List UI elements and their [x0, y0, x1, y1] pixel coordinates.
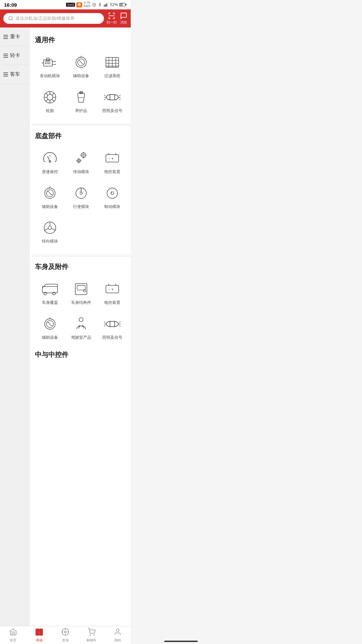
aux3-icon-wrap: [40, 315, 60, 333]
oil-icon-wrap: [71, 88, 91, 106]
grid-item-aux[interactable]: 辅助设备: [66, 50, 96, 82]
svg-text:- +: - +: [109, 156, 114, 161]
home-icon: [9, 628, 17, 630]
driver-label: 驾驶室产品: [71, 335, 91, 340]
svg-line-102: [119, 322, 120, 322]
svg-point-85: [52, 292, 55, 295]
body-parts-grid: 车身覆盖 车身结构件 -: [35, 277, 127, 343]
sidebar-item-light-truck[interactable]: 轻卡: [0, 46, 29, 65]
svg-line-43: [104, 95, 105, 96]
speed-text: 6.78KB/S: [83, 1, 90, 8]
nav-shop[interactable]: 商城: [26, 627, 52, 630]
light2-icon: [104, 316, 121, 332]
svg-rect-7: [120, 3, 123, 6]
steering-icon-wrap: [40, 219, 60, 237]
svg-rect-6: [125, 4, 126, 6]
gears-label: 传动模块: [73, 169, 89, 175]
svg-line-81: [44, 229, 48, 230]
grid-item-light[interactable]: 照明及信号: [98, 85, 127, 117]
scan-button[interactable]: 扫一扫: [107, 12, 117, 25]
svg-text:- +: - +: [109, 287, 114, 292]
grid-item-engine[interactable]: 发动机模块: [35, 50, 65, 82]
message-button[interactable]: 消息: [120, 12, 127, 25]
cart-icon: [87, 628, 96, 630]
driver-icon: [72, 316, 90, 332]
section-title-general: 通用件: [35, 36, 127, 45]
drive-icon: [72, 185, 90, 201]
svg-point-75: [107, 188, 118, 198]
light-label: 照明及信号: [102, 108, 122, 114]
aux3-label: 辅助设备: [42, 335, 58, 340]
menu-icon2: [3, 54, 8, 58]
svg-rect-109: [36, 629, 39, 630]
profile-icon: [114, 628, 122, 630]
svg-point-74: [80, 192, 82, 194]
bottom-spacer: [35, 365, 127, 385]
svg-rect-16: [45, 61, 47, 64]
grid-item-filter[interactable]: 过滤系统: [98, 50, 127, 82]
svg-rect-1: [104, 5, 105, 7]
driver-icon-wrap: [71, 315, 91, 333]
svg-point-79: [48, 226, 51, 229]
nav-home[interactable]: 首页: [0, 627, 26, 630]
svg-line-37: [52, 99, 54, 101]
general-parts-grid: 发动机模块 辅助设备: [35, 50, 127, 117]
search-input-wrap[interactable]: 道达尔机油/正品轮胎/维修保养: [3, 13, 104, 24]
grid-item-gears[interactable]: 传动模块: [66, 146, 96, 178]
sidebar-item-heavy-truck[interactable]: 重卡: [0, 28, 29, 46]
search-icon: [8, 16, 13, 21]
light-icon-wrap: [102, 88, 122, 106]
grid-item-aux2[interactable]: 辅助设备: [35, 181, 65, 213]
grid-item-transmission-ctrl[interactable]: 变速操控: [35, 146, 65, 178]
nav-profile[interactable]: 我的: [105, 627, 131, 630]
grid-item-truck-body[interactable]: 车身覆盖: [35, 277, 65, 309]
sidebar-label-heavy-truck: 重卡: [10, 34, 20, 40]
grid-item-car-door[interactable]: 车身结构件: [66, 277, 96, 309]
svg-point-84: [44, 292, 47, 295]
bottom-nav: 首页 商城 发现 购物车: [0, 626, 131, 629]
drive-label: 行使模块: [73, 204, 89, 210]
grid-item-oil[interactable]: 养护品: [66, 85, 96, 117]
gears-icon: [72, 150, 90, 166]
grid-item-tire[interactable]: 轮胎: [35, 85, 65, 117]
battery-icon: [119, 3, 127, 7]
aux2-icon-wrap: [40, 184, 60, 202]
svg-line-46: [119, 95, 120, 96]
grid-item-battery-ctrl2[interactable]: - + 电控装置: [98, 277, 127, 309]
filter-icon-wrap: [102, 53, 122, 71]
engine-label: 发动机模块: [40, 73, 60, 79]
bluetooth-icon: [98, 2, 102, 7]
aux-icon-wrap: [71, 53, 91, 71]
svg-rect-3: [106, 4, 107, 7]
svg-line-35: [52, 93, 54, 95]
svg-rect-87: [77, 285, 85, 290]
nav-discover[interactable]: 发现: [52, 627, 78, 630]
truck-body-icon-wrap: [40, 280, 60, 298]
grid-item-aux3[interactable]: 辅助设备: [35, 312, 65, 344]
gears-icon-wrap: [71, 149, 91, 167]
grid-item-battery-ctrl[interactable]: - + 电控装置: [98, 146, 127, 178]
car-door-icon-wrap: [71, 280, 91, 298]
aux2-label: 辅助设备: [42, 204, 58, 210]
grid-item-driver[interactable]: 驾驶室产品: [66, 312, 96, 344]
grid-item-brake[interactable]: ! 制动模块: [98, 181, 127, 213]
svg-line-101: [104, 326, 105, 326]
nav-cart[interactable]: 购物车: [78, 627, 105, 630]
divider-1: [32, 123, 131, 126]
section-title-body: 车身及附件: [35, 262, 127, 271]
svg-rect-4: [107, 3, 108, 7]
light2-label: 照明及信号: [102, 335, 122, 340]
tire-label: 轮胎: [46, 108, 54, 114]
status-bar: 16:09 Soul 橙 6.78KB/S 52%: [0, 0, 131, 9]
sidebar-item-bus[interactable]: 客车: [0, 65, 29, 84]
truck-body-label: 车身覆盖: [42, 300, 58, 306]
grid-item-steering[interactable]: 转向模块: [35, 215, 65, 248]
scan-icon: [108, 12, 115, 19]
car-door-icon: [72, 281, 90, 297]
svg-line-45: [104, 99, 105, 100]
svg-point-55: [82, 154, 84, 156]
chat-badge: 橙: [76, 2, 82, 7]
grid-item-light2[interactable]: 照明及信号: [98, 312, 127, 344]
grid-item-drive[interactable]: 行使模块: [66, 181, 96, 213]
message-icon: [120, 12, 127, 19]
